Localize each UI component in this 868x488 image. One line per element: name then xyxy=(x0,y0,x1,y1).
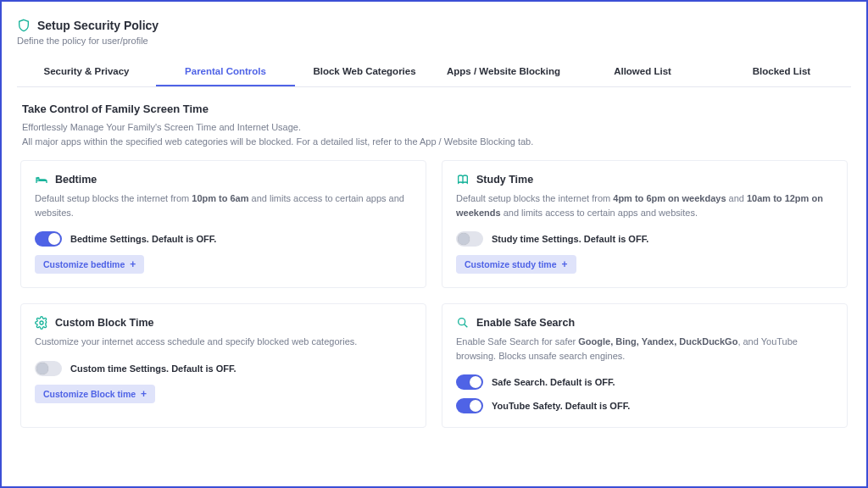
plus-icon: + xyxy=(141,389,147,399)
custom-title: Custom Block Time xyxy=(55,317,153,329)
plus-icon: + xyxy=(562,259,568,269)
shield-icon xyxy=(17,19,31,32)
safe-desc: Enable Safe Search for safer Google, Bin… xyxy=(456,335,833,363)
page-subtitle: Define the policy for user/profile xyxy=(17,36,851,46)
book-icon xyxy=(456,173,470,186)
customize-study-button[interactable]: Customize study time+ xyxy=(456,255,576,274)
custom-toggle[interactable] xyxy=(35,361,62,376)
bed-icon xyxy=(35,173,48,186)
gear-icon xyxy=(35,316,48,330)
search-icon xyxy=(456,316,470,330)
safe-search-toggle-label: Safe Search. Default is OFF. xyxy=(492,377,615,387)
tab-blocked-list[interactable]: Blocked List xyxy=(712,58,851,86)
tab-apps-website-blocking[interactable]: Apps / Website Blocking xyxy=(434,58,573,86)
tab-security-privacy[interactable]: Security & Privacy xyxy=(17,58,156,86)
safe-title: Enable Safe Search xyxy=(476,317,575,329)
youtube-safety-toggle-label: YouTube Safety. Default is OFF. xyxy=(492,401,630,411)
plus-icon: + xyxy=(130,259,136,269)
custom-desc: Customize your internet access schedule … xyxy=(35,335,412,349)
customize-bedtime-button[interactable]: Customize bedtime+ xyxy=(35,255,144,274)
tabs: Security & Privacy Parental Controls Blo… xyxy=(17,58,851,87)
study-toggle-label: Study time Settings. Default is OFF. xyxy=(492,234,648,244)
study-card: Study Time Default setup blocks the inte… xyxy=(442,160,848,288)
svg-point-0 xyxy=(40,321,43,324)
bedtime-desc: Default setup blocks the internet from 1… xyxy=(35,191,412,219)
tab-parental-controls[interactable]: Parental Controls xyxy=(156,58,295,86)
tab-block-web-categories[interactable]: Block Web Categories xyxy=(295,58,434,86)
bedtime-title: Bedtime xyxy=(55,174,97,186)
section-desc: Effortlessly Manage Your Family's Screen… xyxy=(22,120,846,148)
svg-point-1 xyxy=(459,319,465,325)
section-title: Take Control of Family Screen Time xyxy=(22,103,846,115)
tab-allowed-list[interactable]: Allowed List xyxy=(573,58,712,86)
custom-block-card: Custom Block Time Customize your interne… xyxy=(20,303,426,428)
safe-search-toggle[interactable] xyxy=(456,374,483,390)
study-toggle[interactable] xyxy=(456,231,483,247)
bedtime-card: Bedtime Default setup blocks the interne… xyxy=(20,160,426,288)
bedtime-toggle-label: Bedtime Settings. Default is OFF. xyxy=(70,234,216,244)
page-title: Setup Security Policy xyxy=(37,19,159,32)
study-desc: Default setup blocks the internet from 4… xyxy=(456,191,833,219)
bedtime-toggle[interactable] xyxy=(35,231,62,247)
youtube-safety-toggle[interactable] xyxy=(456,398,483,413)
custom-toggle-label: Custom time Settings. Default is OFF. xyxy=(70,363,236,374)
study-title: Study Time xyxy=(476,174,533,186)
safe-search-card: Enable Safe Search Enable Safe Search fo… xyxy=(442,303,848,428)
customize-block-button[interactable]: Customize Block time+ xyxy=(35,385,155,403)
svg-line-2 xyxy=(465,324,468,328)
